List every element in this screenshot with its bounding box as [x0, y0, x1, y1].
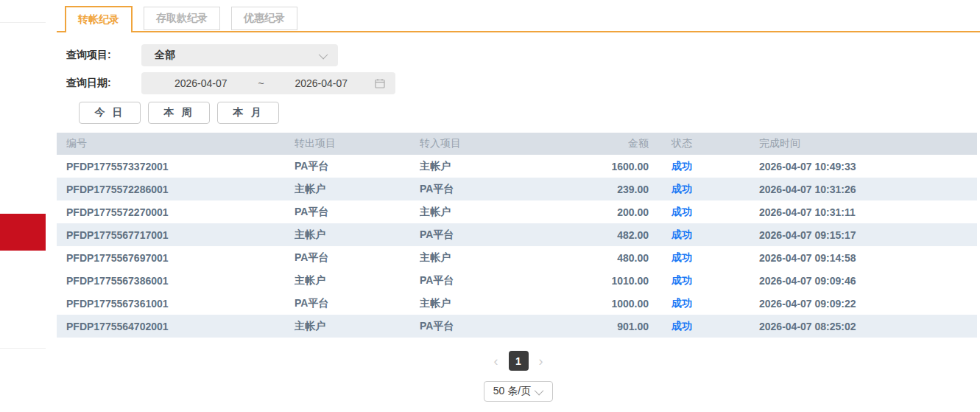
cell-from: 主帐户 [295, 228, 420, 242]
cell-from: 主帐户 [295, 183, 420, 196]
cell-id: PFDP1775567361001 [57, 298, 295, 310]
cell-id: PFDP1775567386001 [57, 275, 295, 287]
quick-buttons: 今 日本 周本 月 [79, 102, 980, 124]
table-header: 编号转出项目转入项目金额状态完成时间 [57, 133, 977, 155]
cell-time: 2026-04-07 08:25:02 [736, 321, 977, 332]
quick-range-button-3[interactable]: 本 月 [217, 102, 279, 124]
calendar-icon [375, 78, 385, 88]
cell-from: 主帐户 [295, 320, 420, 333]
column-header: 编号 [57, 137, 295, 150]
query-date-row: 查询日期: 2026-04-07 ~ 2026-04-07 [57, 72, 980, 94]
table-row: PFDP1775572286001主帐户PA平台239.00成功2026-04-… [57, 178, 977, 200]
cell-id: PFDP1775573372001 [57, 161, 295, 172]
cell-from: PA平台 [295, 297, 420, 310]
table-row: PFDP1775572270001PA平台主帐户200.00成功2026-04-… [57, 200, 977, 223]
table-row: PFDP1775573372001PA平台主帐户1600.00成功2026-04… [57, 155, 977, 178]
cell-status: 成功 [649, 251, 736, 265]
cell-to: 主帐户 [420, 251, 565, 265]
cell-time: 2026-04-07 09:14:58 [736, 252, 977, 264]
table-body: PFDP1775573372001PA平台主帐户1600.00成功2026-04… [57, 155, 977, 338]
table-row: PFDP1775564702001主帐户PA平台901.00成功2026-04-… [57, 315, 977, 338]
cell-amount: 1600.00 [565, 161, 649, 172]
cell-time: 2026-04-07 09:09:22 [736, 298, 977, 310]
cell-time: 2026-04-07 10:49:33 [736, 161, 977, 172]
cell-amount: 1010.00 [565, 275, 649, 287]
page-number-button[interactable]: 1 [509, 351, 529, 371]
cell-time: 2026-04-07 10:31:26 [736, 184, 977, 195]
quick-range-button-2[interactable]: 本 周 [148, 102, 210, 124]
column-header: 金额 [565, 137, 649, 150]
cell-status: 成功 [649, 228, 736, 242]
sidebar-divider-top [0, 22, 46, 23]
cell-to: 主帐户 [420, 160, 565, 173]
sidebar-divider-bottom [0, 348, 46, 349]
cell-amount: 482.00 [565, 229, 649, 241]
query-item-select[interactable]: 全部 [141, 44, 338, 66]
cell-time: 2026-04-07 10:31:11 [736, 206, 977, 218]
date-to-value: 2026-04-07 [272, 77, 371, 89]
pagination: ‹ 1 › [57, 351, 980, 371]
cell-amount: 200.00 [565, 206, 649, 218]
records-panel: 转帐纪录存取款纪录优惠纪录 查询项目: 全部 查询日期: 2026-04-07 … [57, 6, 980, 402]
cell-status: 成功 [649, 297, 736, 310]
column-header: 转入项目 [420, 137, 565, 150]
cell-from: 主帐户 [295, 274, 420, 287]
cell-status: 成功 [649, 274, 736, 287]
cell-amount: 480.00 [565, 252, 649, 264]
cell-to: PA平台 [420, 228, 565, 242]
chevron-right-icon[interactable]: › [539, 355, 543, 368]
query-date-label: 查询日期: [66, 77, 124, 90]
cell-to: 主帐户 [420, 206, 565, 219]
tab-1[interactable]: 转帐纪录 [65, 6, 133, 32]
cell-to: PA平台 [420, 320, 565, 333]
page-size-row: 50 条/页 [57, 381, 980, 402]
cell-time: 2026-04-07 09:09:46 [736, 275, 977, 287]
cell-amount: 901.00 [565, 321, 649, 332]
table-row: PFDP1775567697001PA平台主帐户480.00成功2026-04-… [57, 246, 977, 269]
sidebar-active-item[interactable] [0, 214, 46, 251]
table-row: PFDP1775567717001主帐户PA平台482.00成功2026-04-… [57, 223, 977, 246]
cell-id: PFDP1775572286001 [57, 184, 295, 195]
table-row: PFDP1775567361001PA平台主帐户1000.00成功2026-04… [57, 292, 977, 315]
page-size-value: 50 条/页 [493, 385, 531, 398]
cell-from: PA平台 [295, 160, 420, 173]
query-item-value: 全部 [155, 49, 321, 62]
cell-to: PA平台 [420, 274, 565, 287]
cell-from: PA平台 [295, 206, 420, 219]
query-form: 查询项目: 全部 查询日期: 2026-04-07 ~ 2026-04-07 [57, 32, 980, 124]
date-from-value: 2026-04-07 [152, 77, 250, 89]
date-separator: ~ [250, 77, 272, 89]
cell-id: PFDP1775572270001 [57, 206, 295, 218]
cell-status: 成功 [649, 320, 736, 333]
query-item-label: 查询项目: [66, 49, 124, 62]
column-header: 转出项目 [295, 137, 420, 150]
cell-status: 成功 [649, 206, 736, 219]
column-header: 完成时间 [736, 137, 977, 150]
chevron-left-icon[interactable]: ‹ [494, 355, 498, 368]
page-size-select[interactable]: 50 条/页 [484, 381, 553, 402]
tab-2[interactable]: 存取款纪录 [144, 7, 220, 30]
cell-to: PA平台 [420, 183, 565, 196]
cell-amount: 1000.00 [565, 298, 649, 310]
table-row: PFDP1775567386001主帐户PA平台1010.00成功2026-04… [57, 269, 977, 292]
cell-status: 成功 [649, 183, 736, 196]
cell-status: 成功 [649, 160, 736, 173]
column-header: 状态 [649, 137, 736, 150]
tab-3[interactable]: 优惠纪录 [231, 7, 297, 30]
cell-time: 2026-04-07 09:15:17 [736, 229, 977, 241]
cell-amount: 239.00 [565, 184, 649, 195]
cell-from: PA平台 [295, 251, 420, 265]
records-table: 编号转出项目转入项目金额状态完成时间 PFDP1775573372001PA平台… [57, 133, 977, 338]
cell-id: PFDP1775567717001 [57, 229, 295, 241]
chevron-down-icon [535, 385, 544, 395]
date-range-input[interactable]: 2026-04-07 ~ 2026-04-07 [141, 72, 395, 94]
cell-id: PFDP1775564702001 [57, 321, 295, 332]
query-item-row: 查询项目: 全部 [57, 44, 980, 66]
cell-id: PFDP1775567697001 [57, 252, 295, 264]
quick-range-button-1[interactable]: 今 日 [79, 102, 141, 124]
cell-to: 主帐户 [420, 297, 565, 310]
tab-list: 转帐纪录存取款纪录优惠纪录 [57, 6, 980, 32]
